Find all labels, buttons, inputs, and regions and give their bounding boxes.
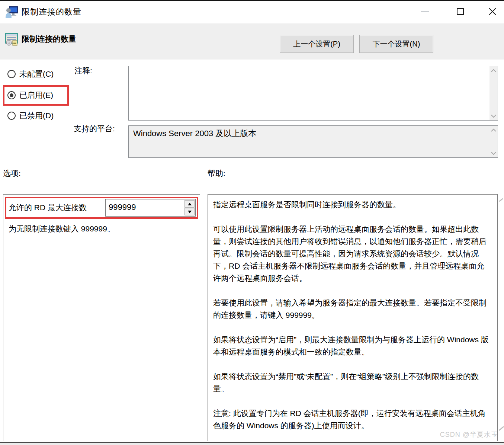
spinner-down-icon — [188, 211, 192, 213]
supported-on-field: Windows Server 2003 及以上版本 — [128, 125, 498, 158]
minimize-icon — [421, 11, 429, 12]
maximize-icon — [457, 8, 464, 15]
options-panel: 允许的 RD 最大连接数 999999 为无限制连接数键入 999999。 — [3, 194, 200, 441]
max-connections-value: 999999 — [109, 202, 136, 212]
supported-on-scrollbar[interactable] — [489, 126, 498, 157]
unlimited-hint-text: 为无限制连接数键入 999999。 — [9, 224, 115, 234]
decoration-mark — [499, 426, 504, 431]
comment-textarea[interactable] — [128, 66, 498, 121]
minimize-button[interactable] — [413, 1, 437, 22]
help-text: 指定远程桌面服务是否限制同时连接到服务器的数量。 可以使用此设置限制服务器上活动… — [213, 198, 492, 437]
radio-disabled[interactable]: 已禁用(D) — [7, 111, 54, 121]
close-button[interactable] — [481, 1, 504, 22]
watermark-text: CSDN @半夏水玉 — [440, 430, 498, 439]
comment-label: 注释: — [74, 65, 92, 76]
spinner-down-button[interactable] — [184, 208, 195, 215]
scroll-down-icon[interactable] — [489, 149, 498, 157]
help-paragraph: 如果将状态设置为“禁用”或“未配置”，则在“组策略”级别上不强制限制连接的数量。 — [213, 370, 492, 395]
comment-scrollbar[interactable] — [489, 66, 498, 120]
radio-circle — [7, 70, 16, 78]
next-setting-button[interactable]: 下一个设置(N) — [359, 35, 433, 53]
radio-not-configured-label: 未配置(C) — [19, 69, 54, 79]
help-label: 帮助: — [208, 168, 225, 179]
max-connections-spinner[interactable]: 999999 — [105, 199, 196, 217]
remote-desktop-app-icon — [5, 6, 19, 18]
radio-not-configured[interactable]: 未配置(C) — [7, 69, 54, 79]
window-title: 限制连接的数量 — [22, 6, 81, 17]
radio-disabled-label: 已禁用(D) — [19, 111, 54, 121]
help-paragraph: 指定远程桌面服务是否限制同时连接到服务器的数量。 — [213, 198, 492, 211]
decoration-mark — [499, 198, 503, 202]
maximize-button[interactable] — [448, 1, 472, 22]
previous-setting-button[interactable]: 上一个设置(P) — [280, 35, 354, 53]
title-bar: 限制连接的数量 — [0, 1, 504, 23]
scroll-up-icon[interactable] — [489, 126, 498, 134]
close-icon — [488, 7, 497, 16]
help-panel: 指定远程桌面服务是否限制同时连接到服务器的数量。 可以使用此设置限制服务器上活动… — [208, 194, 498, 441]
radio-circle-selected — [7, 91, 16, 99]
spinner-up-button[interactable] — [184, 200, 195, 208]
supported-on-label: 支持的平台: — [74, 124, 115, 134]
help-paragraph: 注意: 此设置专门为在 RD 会话主机服务器(即，运行安装有远程桌面会话主机角色… — [213, 407, 492, 432]
help-paragraph: 可以使用此设置限制服务器上活动的远程桌面服务会话的数量。如果超出此数量，则尝试连… — [213, 223, 492, 284]
help-paragraph: 若要使用此设置，请输入希望为服务器指定的最大连接数量。若要指定不受限制的连接数量… — [213, 297, 492, 321]
policy-name: 限制连接的数量 — [22, 34, 76, 44]
options-label: 选项: — [3, 168, 21, 179]
policy-header: 限制连接的数量 上一个设置(P) 下一个设置(N) — [0, 23, 504, 60]
help-paragraph: 如果将状态设置为“启用”，则最大连接数量限制为与服务器上运行的 Windows … — [213, 333, 492, 358]
scroll-up-icon[interactable] — [489, 66, 498, 74]
radio-circle — [7, 112, 16, 120]
radio-enabled[interactable]: 已启用(E) — [7, 90, 53, 100]
supported-on-value: Windows Server 2003 及以上版本 — [133, 128, 486, 139]
policy-setting-window: 限制连接的数量 限制连接的数量 上一个设置(P) 下一个设置(N) 未配置(C) — [0, 0, 504, 443]
spinner-up-icon — [188, 203, 192, 205]
group-policy-icon — [5, 33, 18, 46]
radio-enabled-label: 已启用(E) — [19, 90, 53, 100]
scroll-down-icon[interactable] — [489, 112, 498, 120]
max-connections-label: 允许的 RD 最大连接数 — [9, 202, 87, 213]
